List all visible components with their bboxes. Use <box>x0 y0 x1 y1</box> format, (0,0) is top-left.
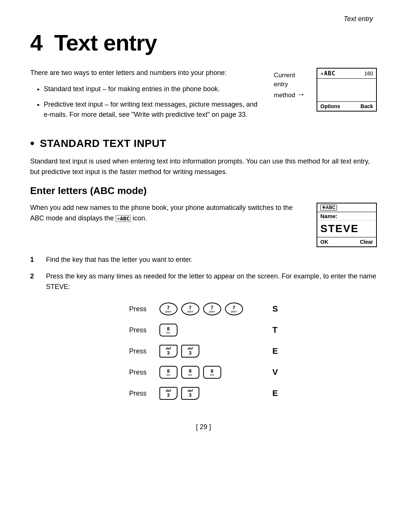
step-text-2: Press the key as many times as needed fo… <box>46 271 377 292</box>
key-group: def3def3 <box>159 345 265 358</box>
step-number-1: 1 <box>30 255 39 265</box>
key-button: 7pqrs <box>203 303 221 315</box>
press-label: Press <box>129 347 159 355</box>
key-button: 8tuv <box>159 366 177 379</box>
keypress-table: Press7pqrs7pqrs7pqrs7pqrsSPress8tuvTPres… <box>129 303 278 408</box>
header-title: Text entry <box>344 15 373 23</box>
key-button: def3 <box>159 387 177 400</box>
press-label: Press <box>129 305 159 313</box>
intro-text-block: There are two ways to enter letters and … <box>30 68 259 125</box>
press-label: Press <box>129 326 159 334</box>
press-label: Press <box>129 368 159 376</box>
ok-button[interactable]: OK <box>320 239 328 245</box>
standard-text-input-heading: • STANDARD TEXT INPUT <box>30 136 377 150</box>
phone-screen-bottom-bar: Options Back <box>317 101 376 111</box>
intro-bullet-list: Standard text input – for making entries… <box>44 84 259 120</box>
key-result: E <box>272 388 278 398</box>
key-button: 7pqrs <box>181 303 199 315</box>
intro-section: There are two ways to enter letters and … <box>30 68 377 125</box>
step-text-1: Find the key that has the letter you wan… <box>46 255 193 265</box>
character-counter: 160 <box>364 70 373 76</box>
abc-inline-icon: ✳ABC <box>116 215 131 222</box>
list-item: Predictive text input – for writing text… <box>44 99 259 120</box>
section-heading-text: STANDARD TEXT INPUT <box>40 138 167 150</box>
chapter-title: 4 Text entry <box>30 30 377 56</box>
section-bullet: • <box>30 136 35 150</box>
standard-section-para: Standard text input is used when enterin… <box>30 156 377 177</box>
press-label: Press <box>129 390 159 397</box>
keypress-row: Press7pqrs7pqrs7pqrs7pqrsS <box>129 303 278 315</box>
key-button: 8tuv <box>181 366 199 379</box>
chapter-number: 4 <box>30 30 42 55</box>
keypress-row: Press8tuvT <box>129 324 278 336</box>
key-button: def3 <box>181 345 199 358</box>
key-group: 7pqrs7pqrs7pqrs7pqrs <box>159 303 265 315</box>
keypress-row: Press8tuv8tuv8tuvV <box>129 366 278 379</box>
phone-screen-body <box>317 79 376 101</box>
abc-mode-text-block: When you add new names to the phone book… <box>30 203 301 224</box>
page-number: [ 29 ] <box>196 423 211 431</box>
abc-mode-para: When you add new names to the phone book… <box>30 203 301 224</box>
abc-mode-icon-2: ✳ABC <box>320 205 337 211</box>
abc-mode-heading: Enter letters (ABC mode) <box>30 185 377 197</box>
options-button[interactable]: Options <box>320 103 340 109</box>
list-item: Standard text input – for making entries… <box>44 84 259 94</box>
keypress-row: Pressdef3def3E <box>129 387 278 400</box>
key-result: E <box>272 346 278 356</box>
key-button: def3 <box>159 345 177 358</box>
phone-abc-bottom-bar: OK Clear <box>317 237 376 246</box>
page-footer: [ 29 ] <box>30 423 377 431</box>
intro-paragraph: There are two ways to enter letters and … <box>30 68 259 78</box>
phone-screen-1: ✳ABC 160 Options Back <box>317 68 377 112</box>
key-button: 8tuv <box>203 366 221 379</box>
key-group: 8tuv <box>159 324 265 336</box>
back-button[interactable]: Back <box>361 103 373 109</box>
numbered-steps: 1 Find the key that has the letter you w… <box>30 255 377 292</box>
key-button: 7pqrs <box>225 303 243 315</box>
key-group: def3def3 <box>159 387 265 400</box>
chapter-title-text: Text entry <box>54 30 157 55</box>
keypress-row: Pressdef3def3E <box>129 345 278 358</box>
current-entry-label: Currententrymethod → <box>274 71 308 100</box>
step-2: 2 Press the key as many times as needed … <box>30 271 377 292</box>
key-button: def3 <box>181 387 199 400</box>
page-header: Text entry <box>30 15 377 23</box>
key-group: 8tuv8tuv8tuv <box>159 366 265 379</box>
clear-button[interactable]: Clear <box>360 239 373 245</box>
step-number-2: 2 <box>30 271 39 292</box>
phone-screen-top-bar: ✳ABC 160 <box>317 69 376 79</box>
key-result: V <box>272 367 278 377</box>
phone-name-label: Name: <box>317 212 376 220</box>
key-result: S <box>272 304 278 314</box>
abc-mode-section: When you add new names to the phone book… <box>30 203 377 247</box>
phone-abc-top-bar: ✳ABC <box>317 203 376 212</box>
arrow-icon: → <box>297 89 305 101</box>
phone-screen-2: ✳ABC Name: STEVE OK Clear <box>317 203 377 247</box>
step-1: 1 Find the key that has the letter you w… <box>30 255 377 265</box>
key-button: 8tuv <box>159 324 177 336</box>
current-entry-area: Currententrymethod → ✳ABC 160 Options Ba… <box>274 68 377 112</box>
abc-mode-icon: ✳ABC <box>320 70 335 77</box>
key-button: 7pqrs <box>159 303 177 315</box>
key-result: T <box>272 325 277 335</box>
phone-abc-body: STEVE <box>317 220 376 237</box>
